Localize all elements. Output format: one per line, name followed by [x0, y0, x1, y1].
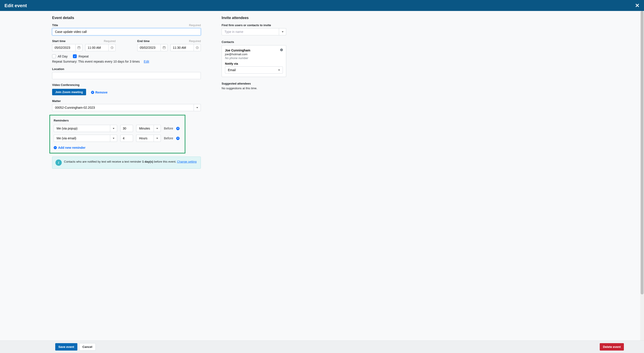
suggested-attendees-text: No suggestions at this time. [222, 87, 286, 90]
video-conferencing-label: Video Conferencing [52, 83, 201, 87]
delete-reminder-button[interactable]: ✕ [176, 137, 180, 140]
add-reminder-label: Add new reminder [58, 146, 86, 149]
start-date-picker-button[interactable] [75, 44, 82, 51]
repeat-label: Repeat [78, 55, 88, 58]
remove-label: Remove [95, 91, 107, 94]
checkbox-icon [52, 54, 56, 58]
attendee-dropdown-button[interactable] [279, 28, 286, 35]
clock-icon [196, 46, 199, 49]
all-day-checkbox[interactable]: All Day [52, 54, 68, 58]
modal-body: Event details Title Required Start time … [0, 11, 644, 340]
info-text-after: before this event. [153, 160, 177, 163]
start-time-picker-button[interactable] [108, 44, 116, 51]
contact-name: Joe Cunningham [225, 49, 250, 52]
info-icon: i [56, 160, 62, 166]
chevron-down-icon [154, 135, 161, 142]
scrollbar-thumb[interactable] [641, 11, 644, 294]
reminders-section: Reminders Me (via popup) Minutes Before … [50, 115, 185, 153]
contacts-label: Contacts [222, 40, 286, 44]
delete-reminder-button[interactable]: ✕ [176, 127, 180, 130]
join-zoom-button[interactable]: Join Zoom meeting [52, 89, 86, 95]
reminder-who-select[interactable]: Me (via email) [54, 135, 117, 142]
before-text: Before [164, 127, 173, 130]
reminder-unit-select[interactable]: Hours [136, 135, 161, 142]
svg-rect-7 [163, 47, 166, 49]
end-time-input[interactable] [170, 44, 194, 51]
reminder-amount-input[interactable] [120, 125, 133, 132]
title-required: Required [189, 24, 201, 27]
modal-header: Edit event ✕ [0, 0, 644, 11]
invite-attendees-heading: Invite attendees [222, 16, 286, 20]
suggested-attendees-label: Suggested attendees [222, 82, 286, 85]
repeat-summary-text: Repeat Summary: This event repeats every… [52, 60, 140, 63]
notify-via-select[interactable]: Email [225, 67, 283, 74]
svg-rect-0 [78, 47, 80, 49]
end-time-label: End time [137, 39, 150, 43]
chevron-down-icon [282, 31, 284, 33]
reminders-heading: Reminders [54, 119, 181, 122]
title-label: Title [52, 24, 58, 27]
location-input[interactable] [52, 72, 201, 79]
all-day-label: All Day [58, 55, 68, 58]
notify-via-label: Notify via [225, 62, 283, 65]
end-time-picker-button[interactable] [194, 44, 201, 51]
close-icon[interactable]: ✕ [635, 3, 640, 9]
start-required: Required [104, 39, 116, 43]
remove-circle-icon: ✕ [91, 91, 94, 94]
info-bold: 1 day(s) [142, 160, 153, 163]
plus-circle-icon: + [54, 146, 57, 149]
matter-value: 00052-Cunningham-02.2023 [52, 104, 194, 111]
end-required: Required [189, 39, 201, 43]
reminder-row: Me (via email) Hours Before ✕ [54, 135, 181, 142]
before-text: Before [164, 136, 173, 140]
remove-contact-button[interactable]: ✕ [280, 49, 283, 51]
chevron-down-icon [110, 125, 117, 132]
calendar-icon [162, 46, 166, 49]
right-column: Invite attendees Find firm users or cont… [213, 16, 286, 340]
edit-repeat-link[interactable]: Edit [144, 60, 149, 63]
scrollbar[interactable] [640, 11, 644, 340]
info-text-before: Contacts who are notified by text will r… [64, 160, 142, 163]
change-setting-link[interactable]: Change setting [177, 160, 196, 163]
start-time-label: Start time [52, 39, 66, 43]
reminder-row: Me (via popup) Minutes Before ✕ [54, 125, 181, 132]
location-label: Location [52, 67, 201, 71]
notify-value: Email [228, 68, 236, 72]
title-input[interactable] [52, 28, 201, 35]
repeat-checkbox[interactable]: ✓ Repeat [73, 54, 88, 58]
matter-select[interactable]: 00052-Cunningham-02.2023 [52, 104, 201, 111]
matter-label: Matter [52, 99, 201, 103]
reminder-who-select[interactable]: Me (via popup) [54, 125, 117, 132]
info-box: i Contacts who are notified by text will… [52, 157, 201, 169]
reminder-amount-input[interactable] [120, 135, 133, 142]
chevron-down-icon [278, 70, 280, 71]
chevron-down-icon [154, 125, 161, 132]
remove-video-link[interactable]: ✕ Remove [91, 91, 107, 94]
checkbox-checked-icon: ✓ [73, 54, 77, 58]
contact-card: Joe Cunningham ✕ joe@hotmail.com No phon… [222, 45, 286, 77]
find-users-label: Find firm users or contacts to invite [222, 24, 286, 27]
left-column: Event details Title Required Start time … [20, 16, 201, 340]
modal-title: Edit event [4, 3, 27, 8]
chevron-down-icon [110, 135, 117, 142]
chevron-down-icon [194, 104, 201, 111]
contact-phone: No phone number [225, 56, 283, 60]
end-date-picker-button[interactable] [160, 44, 168, 51]
add-reminder-button[interactable]: + Add new reminder [54, 146, 86, 149]
clock-icon [110, 46, 114, 49]
calendar-icon [77, 46, 80, 49]
find-attendee-input[interactable] [222, 28, 279, 35]
svg-line-6 [112, 48, 112, 48]
reminder-unit-select[interactable]: Minutes [136, 125, 161, 132]
start-time-input[interactable] [85, 44, 108, 51]
start-date-input[interactable] [52, 44, 75, 51]
event-details-heading: Event details [52, 16, 201, 20]
svg-line-13 [197, 48, 198, 48]
contact-email: joe@hotmail.com [225, 53, 283, 56]
end-date-input[interactable] [137, 44, 160, 51]
